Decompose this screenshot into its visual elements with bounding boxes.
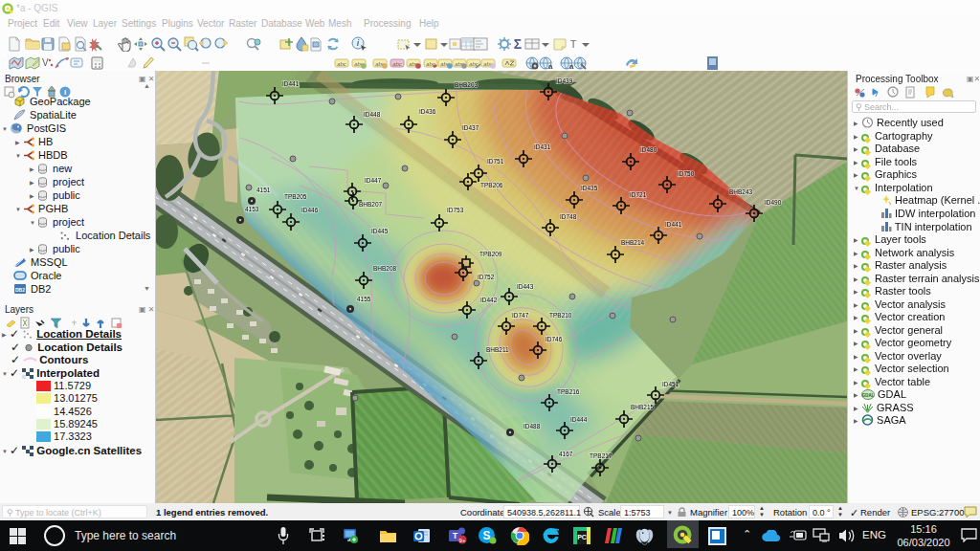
svg-text:ID746: ID746 [546,336,563,342]
svg-text:ID443: ID443 [517,283,534,290]
svg-text:ID490: ID490 [765,199,782,206]
svg-text:BHB215: BHB215 [631,404,655,410]
svg-text:ID448: ID448 [364,111,381,118]
svg-text:BHB207: BHB207 [359,201,383,208]
svg-text:ID441: ID441 [665,221,682,228]
svg-text:DB2: DB2 [15,287,25,293]
svg-text:ID444: ID444 [570,416,588,423]
svg-text:TPB210: TPB210 [549,312,572,319]
svg-text:4151: 4151 [256,187,271,193]
svg-text:ID442: ID442 [480,297,498,303]
svg-text:TPB205: TPB205 [284,193,307,200]
svg-text:a: a [548,62,553,71]
svg-text:abc: abc [392,61,402,67]
svg-text:BHB203: BHB203 [455,81,479,88]
svg-text:GDAL: GDAL [862,393,875,398]
svg-text:V: V [42,57,49,68]
svg-text:ID752: ID752 [478,274,495,280]
svg-text:4167: 4167 [559,451,573,457]
svg-text:BHB208: BHB208 [373,265,397,272]
svg-text:BHB243: BHB243 [729,188,753,195]
svg-text:ID480: ID480 [640,146,657,153]
svg-text:ID437: ID437 [462,124,479,131]
svg-text:ID721: ID721 [630,191,647,198]
svg-text:abc: abc [337,61,346,67]
svg-text:ID451: ID451 [662,381,679,387]
svg-text:ID441: ID441 [282,80,300,87]
svg-text:ID446: ID446 [301,207,319,213]
svg-text:BHB211: BHB211 [486,346,509,353]
svg-text:ID488: ID488 [523,423,541,430]
svg-text:ID750: ID750 [678,170,695,177]
svg-text:ID748: ID748 [560,213,577,220]
svg-text:4155: 4155 [357,296,371,302]
svg-text:ID439: ID439 [556,77,573,84]
svg-text:abc: abc [469,61,479,67]
svg-text:ID753: ID753 [447,207,464,213]
svg-text:ID747: ID747 [512,312,529,319]
svg-text:ID436: ID436 [419,108,436,115]
svg-text:T: T [453,531,458,540]
svg-text:4153: 4153 [245,206,259,212]
svg-text:9+: 9+ [459,538,466,543]
svg-text:PC: PC [577,534,587,540]
svg-text:TPB217: TPB217 [590,452,612,459]
svg-text:BHB214: BHB214 [621,239,645,246]
svg-text:Σ: Σ [514,36,522,52]
svg-text:T: T [570,38,577,50]
svg-text:ID431: ID431 [534,143,551,150]
svg-text:TPB216: TPB216 [557,388,580,395]
svg-text:TPB209: TPB209 [479,251,502,257]
svg-text:TPB206: TPB206 [480,182,503,188]
svg-text:ID751: ID751 [487,158,504,165]
svg-text:S: S [482,529,490,542]
svg-text:ID435: ID435 [581,185,598,191]
svg-text:ID447: ID447 [365,177,382,184]
svg-text:ID445: ID445 [371,228,389,234]
